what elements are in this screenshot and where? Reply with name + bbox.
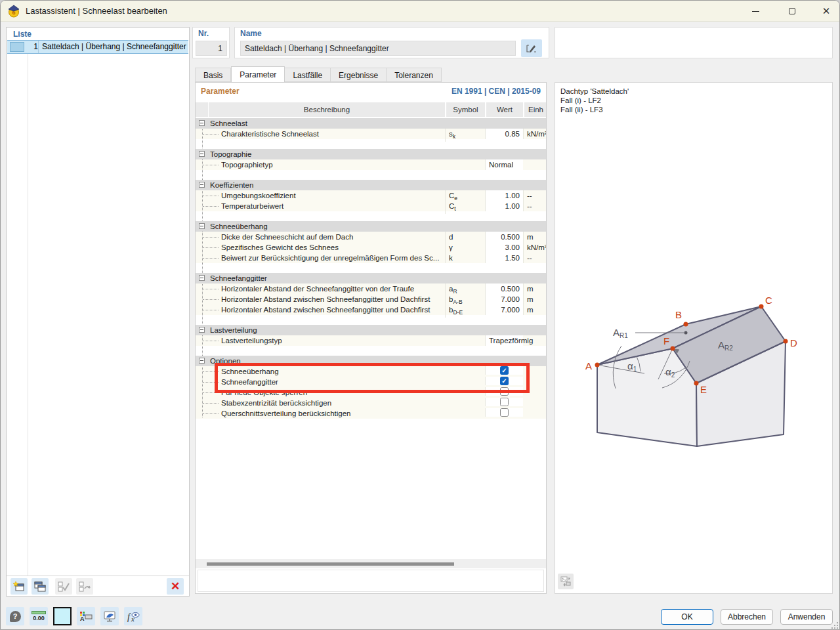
tree-stub xyxy=(203,196,219,196)
tab-toleranzen[interactable]: Toleranzen xyxy=(387,68,442,82)
tab-basis[interactable]: Basis xyxy=(195,68,231,82)
parameter-panel: Parameter EN 1991 | CEN | 2015-09 Beschr… xyxy=(195,82,547,594)
pencil-icon xyxy=(526,44,537,53)
row-value-cell[interactable]: 1.00 xyxy=(485,190,523,201)
row-value-cell[interactable]: Normal xyxy=(485,159,523,170)
tree-stub xyxy=(203,310,219,310)
row-value-cell[interactable]: 0.85 xyxy=(485,129,523,139)
checkbox-unchecked[interactable] xyxy=(500,408,509,417)
new-item-button[interactable] xyxy=(10,578,28,595)
group-row[interactable]: Schneefanggitter xyxy=(196,273,546,284)
maximize-button[interactable] xyxy=(778,1,807,22)
row-value-cell[interactable]: Trapezförmig xyxy=(485,335,523,346)
tree-stub xyxy=(203,165,219,165)
units-button[interactable]: 0.00 xyxy=(30,607,48,625)
close-button[interactable]: ✕ xyxy=(812,1,840,22)
column-header: Einh xyxy=(524,102,547,117)
cancel-button[interactable]: Abbrechen xyxy=(721,609,773,625)
list-item-label: Satteldach | Überhang | Schneefanggitter xyxy=(42,41,187,53)
tree-stub xyxy=(203,206,219,207)
refresh-preview-button[interactable] xyxy=(558,574,574,589)
row-symbol: bD-E xyxy=(445,304,485,318)
collapse-icon[interactable] xyxy=(199,151,205,157)
collapse-icon[interactable] xyxy=(199,182,205,188)
row-label: Spezifisches Gewicht des Schnees xyxy=(221,242,444,253)
refresh-image-icon xyxy=(560,576,571,587)
group-gap xyxy=(196,211,546,221)
ok-button[interactable]: OK xyxy=(661,609,713,625)
row-value-cell[interactable]: 1.00 xyxy=(485,201,523,211)
annotation-highlight-rect xyxy=(215,363,530,393)
units-icon: 0.00 xyxy=(32,611,46,621)
tree-stub xyxy=(203,403,219,404)
row-unit: m xyxy=(523,304,547,315)
row-value-cell[interactable]: 0.500 xyxy=(485,232,523,242)
resize-grip[interactable] xyxy=(830,621,838,629)
group-row[interactable]: Schneelast xyxy=(196,118,546,129)
name-field[interactable]: Satteldach | Überhang | Schneefanggitter xyxy=(240,41,516,56)
tree-stub xyxy=(203,413,219,414)
panel-caption: Parameter xyxy=(201,87,240,96)
table-row: Spezifisches Gewicht des Schneesγ3.00kN/… xyxy=(196,242,546,253)
horizontal-scrollbar[interactable] xyxy=(196,559,547,568)
group-row[interactable]: Koeffizienten xyxy=(196,180,546,190)
collapse-icon[interactable] xyxy=(199,223,205,229)
delete-item-button[interactable]: ✕ xyxy=(167,578,184,595)
table-row: Horizontaler Abstand der Schneefanggitte… xyxy=(196,284,546,294)
vertex-label-b: B xyxy=(675,309,682,320)
apply-button[interactable]: Anwenden xyxy=(780,609,833,625)
scrollbar-thumb[interactable] xyxy=(207,562,454,566)
check-all-button[interactable] xyxy=(55,578,72,595)
list-toolbar: ✕ xyxy=(7,576,189,596)
collapse-icon[interactable] xyxy=(199,275,205,281)
row-value-cell xyxy=(485,398,523,406)
norm-reference: EN 1991 | CEN | 2015-09 xyxy=(452,87,541,96)
vertex-label-a: A xyxy=(585,360,592,371)
nr-label: Nr. xyxy=(198,29,209,38)
uncheck-all-button[interactable] xyxy=(76,578,93,595)
help-button[interactable]: ? xyxy=(6,607,24,625)
group-label: Topographie xyxy=(210,149,251,159)
color-box-button[interactable] xyxy=(53,607,72,625)
help-icon: ? xyxy=(10,611,21,622)
table-column-headers: BeschreibungSymbolWertEinh xyxy=(196,102,546,117)
maximize-icon xyxy=(789,8,795,14)
tab-bar: BasisParameterLastfälleErgebnisseToleran… xyxy=(195,66,442,82)
row-value-cell[interactable]: 7.000 xyxy=(485,294,523,304)
collapse-icon[interactable] xyxy=(199,327,205,333)
group-row[interactable]: Lastverteilung xyxy=(196,325,546,335)
row-value-cell xyxy=(485,408,523,417)
minimize-button[interactable] xyxy=(741,1,770,22)
group-label: Schneelast xyxy=(210,118,247,129)
tab-lastfälle[interactable]: Lastfälle xyxy=(285,68,331,82)
collapse-icon[interactable] xyxy=(199,358,205,364)
group-row[interactable]: Schneeüberhang xyxy=(196,221,546,232)
tab-ergebnisse[interactable]: Ergebnisse xyxy=(331,68,387,82)
formula-button[interactable]: f x xyxy=(124,607,142,625)
collapse-icon[interactable] xyxy=(199,120,205,126)
preview-panel: Dachtyp 'Satteldach'Fall (i) - LF2Fall (… xyxy=(555,82,833,594)
display-options-button[interactable]: A xyxy=(77,607,95,625)
tree-stub xyxy=(203,289,219,289)
nr-field[interactable]: 1 xyxy=(196,41,227,56)
monitor-settings-button[interactable] xyxy=(100,607,119,625)
table-row: Horizontaler Abstand zwischen Schneefang… xyxy=(196,294,546,304)
tab-parameter[interactable]: Parameter xyxy=(231,66,285,82)
vertex-label-c: C xyxy=(765,295,772,306)
edit-name-button[interactable] xyxy=(521,39,542,57)
copy-item-button[interactable] xyxy=(32,578,49,595)
minimize-icon xyxy=(752,11,759,12)
checkbox-unchecked[interactable] xyxy=(500,398,509,406)
row-value-cell[interactable]: 1.50 xyxy=(485,253,523,263)
group-gap xyxy=(196,263,546,273)
row-label: Temperaturbeiwert xyxy=(221,201,444,211)
row-symbol: sk xyxy=(445,129,485,142)
titlebar[interactable]: 6 Lastassistent | Schneelast bearbeiten … xyxy=(1,1,840,22)
list-item[interactable]: 1Satteldach | Überhang | Schneefanggitte… xyxy=(7,40,188,54)
row-value-cell[interactable]: 3.00 xyxy=(485,242,523,253)
table-row: Stabexzentrizität berücksichtigen xyxy=(196,398,546,408)
row-value-cell[interactable]: 0.500 xyxy=(485,284,523,294)
group-row[interactable]: Topographie xyxy=(196,149,546,159)
row-value-cell[interactable]: 7.000 xyxy=(485,304,523,315)
row-symbol: γ xyxy=(445,242,485,253)
